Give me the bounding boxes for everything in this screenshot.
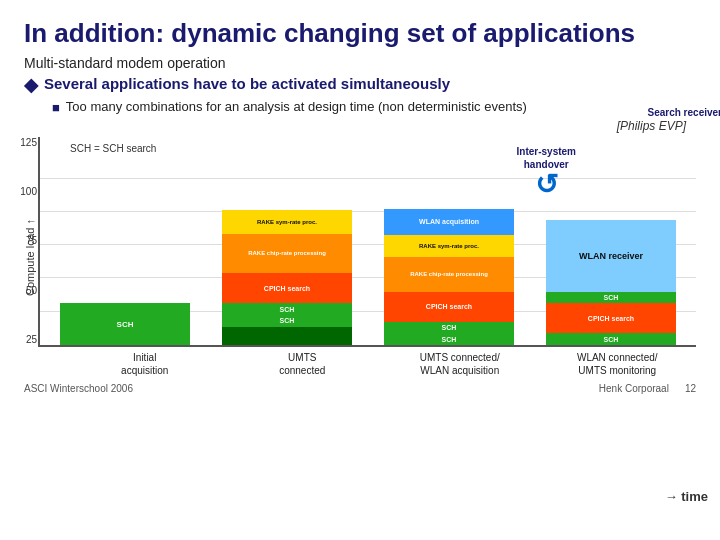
bar-seg-rake-sym-umts: RAKE sym-rate proc. — [222, 210, 352, 233]
bar-label-wlan-recv: WLAN receiver — [579, 251, 643, 261]
chart-area: 125 100 75 50 25 SCH = SCH search Inter-… — [38, 137, 696, 347]
bar-stack-umts: SCH SCH CPICH search RAKE chip-rate proc… — [222, 179, 352, 345]
bar-label-cpich-wlan: CPICH search — [588, 315, 634, 322]
bar-seg-sch2-uw: SCH — [384, 333, 514, 345]
footer: ASCI Winterschool 2006 Henk Corporaal 12 — [24, 383, 696, 394]
footer-page: 12 — [685, 383, 696, 394]
bar-label-cpich-uw: CPICH search — [426, 303, 472, 310]
bar-label-rake-chip-uw: RAKE chip-rate processing — [410, 271, 488, 278]
x-label-umts: UMTSconnected — [224, 351, 382, 377]
bar-group-umts: SCH SCH CPICH search RAKE chip-rate proc… — [206, 137, 368, 345]
main-bullet: ◆ Several applications have to be activa… — [24, 75, 696, 97]
bar-label-rake-sym-uw: RAKE sym-rate proc. — [419, 243, 479, 249]
footer-author: Henk Corporaal — [599, 383, 669, 394]
bar-label-cpich-umts: CPICH search — [264, 285, 310, 292]
y-tick-125: 125 — [12, 137, 37, 148]
bar-seg-schsearch-umts — [222, 327, 352, 345]
bar-seg-sch-initial: SCH — [60, 303, 190, 345]
bar-label-sch2-uw: SCH — [442, 336, 457, 343]
bar-seg-sch2-umts: SCH — [222, 315, 352, 327]
bar-seg-sch1-umts: SCH — [222, 303, 352, 315]
diamond-icon: ◆ — [24, 75, 38, 97]
bar-label-sch-wlan: SCH — [604, 336, 619, 343]
y-tick-50: 50 — [12, 285, 37, 296]
philips-evp: [Philips EVP] — [24, 119, 686, 133]
x-label-initial: Initialacquisition — [66, 351, 224, 377]
bar-seg-sch1-uw: SCH — [384, 322, 514, 334]
square-icon: ■ — [52, 99, 60, 117]
bar-seg-sch-wlan: SCH — [546, 333, 676, 345]
bar-seg-rake-sym-uw: RAKE sym-rate proc. — [384, 235, 514, 257]
bar-label-sch2-wlan: SCH — [604, 294, 619, 301]
chart-inner: 125 100 75 50 25 SCH = SCH search Inter-… — [38, 137, 696, 377]
x-label-umts-wlan: UMTS connected/WLAN acquisition — [381, 351, 539, 377]
bar-stack-umts-wlan: SCH SCH CPICH search RAKE chip-rate proc… — [384, 179, 514, 345]
bar-stack-wlan: SCH CPICH search SCH WLAN receiver — [546, 220, 676, 345]
bar-seg-rake-chip-uw: RAKE chip-rate processing — [384, 257, 514, 292]
bar-label-sch2: SCH — [280, 317, 295, 324]
footer-left: ASCI Winterschool 2006 — [24, 383, 133, 394]
bar-label-rake-sym-umts: RAKE sym-rate proc. — [257, 219, 317, 225]
bar-seg-cpich-umts: CPICH search — [222, 273, 352, 303]
x-axis: Initialacquisition UMTSconnected UMTS co… — [66, 351, 696, 377]
bar-seg-sch2-wlan: SCH — [546, 292, 676, 304]
chart-container: Compute load ↑ 125 100 75 50 25 SCH = SC… — [24, 137, 696, 377]
bar-stack-initial: SCH — [60, 303, 190, 345]
sub-bullet-text: Too many combinations for an analysis at… — [66, 99, 527, 114]
bar-label-rake-chip-umts: RAKE chip-rate processing — [248, 250, 326, 257]
bar-seg-wlan-acq-uw: WLAN acquisition — [384, 209, 514, 236]
bar-label-sch1-uw: SCH — [442, 324, 457, 331]
page-title: In addition: dynamic changing set of app… — [24, 18, 696, 49]
bar-group-umts-wlan: SCH SCH CPICH search RAKE chip-rate proc… — [368, 137, 530, 345]
y-tick-100: 100 — [12, 186, 37, 197]
bar-group-initial: SCH — [44, 137, 206, 345]
y-ticks: 125 100 75 50 25 — [12, 137, 37, 345]
x-label-wlan: WLAN connected/UMTS monitoring — [539, 351, 697, 377]
subtitle: Multi-standard modem operation — [24, 55, 696, 71]
time-arrow: → time — [665, 489, 708, 504]
bar-seg-rake-chip-umts: RAKE chip-rate processing — [222, 234, 352, 274]
bar-seg-cpich-wlan: CPICH search — [546, 303, 676, 333]
bar-group-wlan: SCH CPICH search SCH WLAN receiver — [530, 137, 692, 345]
y-tick-25: 25 — [12, 334, 37, 345]
bar-label-wlan-acq-uw: WLAN acquisition — [419, 218, 479, 225]
bars-wrapper: SCH SCH SCH — [40, 137, 696, 345]
bar-label-sch-initial: SCH — [117, 320, 134, 329]
footer-right: Henk Corporaal 12 — [599, 383, 696, 394]
search-receiver-label: Search receiver — [647, 107, 720, 118]
bar-seg-cpich-uw: CPICH search — [384, 292, 514, 322]
sub-bullet: ■ Too many combinations for an analysis … — [52, 99, 696, 117]
bar-seg-wlan-recv: WLAN receiver — [546, 220, 676, 291]
bullet-text: Several applications have to be activate… — [44, 75, 450, 92]
y-tick-75: 75 — [12, 235, 37, 246]
bar-label-sch1: SCH — [280, 306, 295, 313]
